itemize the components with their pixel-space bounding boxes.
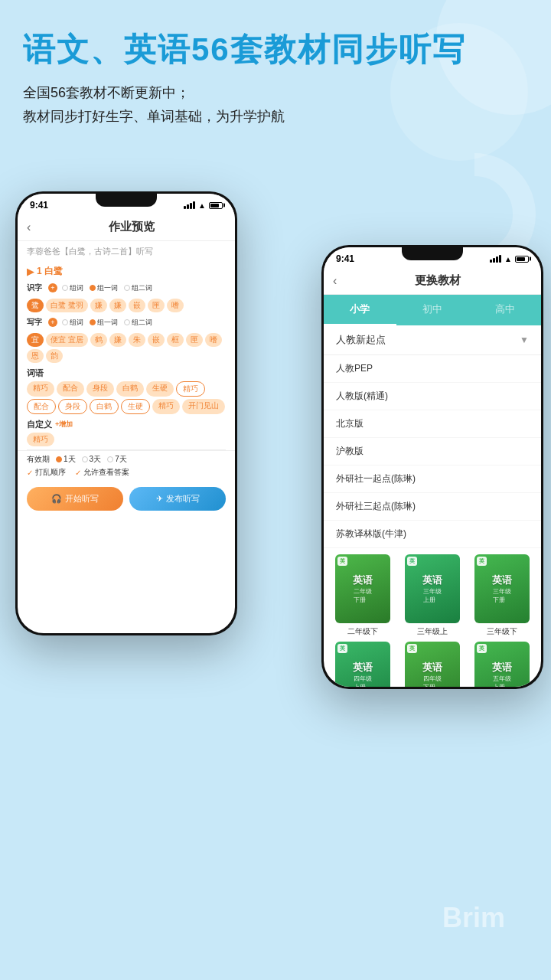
write-char-10: 恩 [27, 349, 44, 363]
validity-1day[interactable]: 1天 [56, 454, 76, 465]
add-write-btn[interactable]: + [48, 318, 57, 327]
page-subtitle: 全国56套教材不断更新中； 教材同步打好生字、单词基础，为升学护航 [23, 81, 528, 128]
book-badge-1: 英 [407, 557, 417, 566]
radio-two-words[interactable]: 组二词 [124, 283, 152, 293]
textbook-grid: 英 英语 二年级下册 二年级下 英 英语 [324, 548, 541, 687]
signal-icon [184, 201, 195, 209]
custom-title: 自定义 +增加 [27, 419, 226, 430]
vocab-tag-3: 身段 [86, 381, 114, 397]
book-subtitle-0: 二年级下册 [354, 587, 372, 604]
textbook-label-2: 三年级下 [487, 626, 517, 637]
battery-icon-right [515, 256, 529, 263]
write-row: 写字 + 组词 组一词 [27, 317, 226, 328]
textbook-item-4[interactable]: 英 英语 四年级下册 四年级下 [399, 642, 465, 687]
radio-group-word[interactable]: 组词 [62, 283, 83, 293]
write-radio-dot-3 [124, 319, 130, 325]
vocab-tag-7: 配合 [27, 399, 56, 414]
validity-1day-label: 1天 [64, 454, 76, 465]
write-radio-label-1: 组词 [70, 318, 83, 328]
left-screen-content: 李蓉爸爸【白鹭，古诗二首】听写 ▶ 1 白鹭 识字 + 组词 [18, 241, 235, 633]
write-label: 写字 [27, 317, 45, 328]
phones-container: 9:41 ▲ ‹ 作业预览 李蓉爸爸【 [0, 168, 551, 980]
back-button-left[interactable]: ‹ [27, 220, 31, 234]
screen-title-right: 更换教材 [343, 273, 532, 288]
textbook-item-3[interactable]: 英 英语 四年级上册 四年级上 [330, 642, 395, 687]
menu-item-1[interactable]: 人教版(精通) [324, 383, 541, 410]
status-icons-right: ▲ [490, 255, 529, 263]
textbook-item-5[interactable]: 英 英语 五年级上册 五年级上 [470, 642, 535, 687]
subtitle-line1: 全国56套教材不断更新中； [23, 81, 528, 105]
publish-icon: ✈ [156, 494, 163, 504]
tab-middle[interactable]: 初中 [396, 295, 469, 325]
book-badge-2: 英 [477, 557, 487, 566]
write-char-4: 嫌 [109, 333, 126, 347]
validity-3day[interactable]: 3天 [82, 454, 102, 465]
validity-row: 有效期 1天 3天 7天 [27, 454, 226, 465]
book-title-text-2: 英语 [492, 573, 512, 587]
check-shuffle-label: 打乱顺序 [35, 467, 66, 478]
screen-title-left: 作业预览 [37, 220, 226, 234]
textbook-cover-3: 英 英语 四年级上册 [335, 642, 390, 687]
textbook-cover-0: 英 英语 二年级下册 [335, 554, 390, 623]
textbook-item-2[interactable]: 英 英语 三年级下册 三年级下 [470, 554, 535, 637]
write-radio-group-word[interactable]: 组词 [62, 318, 83, 328]
recognize-chars: 鹭 白鹭 鹭羽 嫌 嫌 嵌 匣 嗜 [18, 297, 235, 315]
publish-dictation-button[interactable]: ✈ 发布听写 [129, 487, 226, 511]
validity-3day-dot [82, 456, 88, 462]
book-badge-4: 英 [407, 644, 417, 653]
custom-add-btn[interactable]: +增加 [55, 420, 73, 430]
book-badge-3: 英 [337, 644, 347, 653]
vocab-section: 词语 精巧 配合 身段 白鹤 生硬 精巧 配合 身段 白鹤 生硬 精巧 开门见山 [18, 366, 235, 416]
write-char-3: 鹤 [90, 333, 107, 347]
validity-7day[interactable]: 7天 [107, 454, 127, 465]
screen-header-left: ‹ 作业预览 [18, 214, 235, 241]
vocab-tag-8: 身段 [58, 399, 87, 414]
recognize-row: 识字 + 组词 组一词 [27, 283, 226, 293]
write-radio-label-2: 组一词 [97, 318, 118, 328]
lesson-ref: 李蓉爸爸【白鹭，古诗二首】听写 [18, 241, 235, 262]
write-radio-two-words[interactable]: 组二词 [124, 318, 152, 328]
menu-item-6[interactable]: 苏教译林版(牛津) [324, 521, 541, 548]
recognize-section: 识字 + 组词 组一词 [18, 281, 235, 297]
book-title-text-5: 英语 [492, 661, 512, 675]
section-arrow-icon: ▶ [27, 266, 34, 277]
dropdown-value: 人教新起点 [336, 333, 386, 347]
write-char-7: 框 [167, 333, 184, 347]
write-radio-one-word[interactable]: 组一词 [90, 318, 118, 328]
check-shuffle-icon: ✓ [27, 469, 33, 477]
menu-item-3[interactable]: 沪教版 [324, 438, 541, 466]
page-title: 语文、英语56套教材同步听写 [23, 31, 528, 69]
status-time-left: 9:41 [30, 200, 48, 211]
add-recognize-btn[interactable]: + [48, 283, 57, 292]
tab-high[interactable]: 高中 [468, 295, 541, 325]
book-title-text-3: 英语 [353, 661, 373, 675]
char-tag-6: 匣 [148, 299, 165, 312]
check-shuffle[interactable]: ✓ 打乱顺序 [27, 467, 66, 478]
check-view-answer[interactable]: ✓ 允许查看答案 [75, 467, 129, 478]
book-subtitle-4: 四年级下册 [423, 675, 442, 687]
validity-3day-label: 3天 [90, 454, 102, 465]
tab-elementary[interactable]: 小学 [324, 295, 396, 325]
custom-tag-1: 精巧 [27, 433, 54, 446]
menu-item-0[interactable]: 人教PEP [324, 355, 541, 383]
radio-two-words-label: 组二词 [132, 283, 152, 293]
start-dictation-button[interactable]: 🎧 开始听写 [27, 487, 123, 511]
action-buttons: 🎧 开始听写 ✈ 发布听写 [18, 481, 235, 517]
write-char-6: 嵌 [148, 333, 165, 347]
textbook-menu-list: 人教PEP 人教版(精通) 北京版 沪教版 外研社一起点(陈琳) 外研社三起点(… [324, 355, 541, 548]
menu-item-4[interactable]: 外研社一起点(陈琳) [324, 466, 541, 493]
screen-header-right: ‹ 更换教材 [324, 267, 541, 295]
radio-one-word[interactable]: 组一词 [90, 283, 118, 293]
textbook-dropdown[interactable]: 人教新起点 ▼ [324, 325, 541, 355]
phone-right: 9:41 ▲ ‹ 更换教材 小学 [321, 245, 543, 689]
menu-item-5[interactable]: 外研社三起点(陈琳) [324, 493, 541, 521]
vocab-tag-12: 开门见山 [182, 399, 225, 414]
back-button-right[interactable]: ‹ [333, 274, 337, 288]
textbook-label-0: 二年级下 [347, 626, 378, 637]
char-tag-3: 嫌 [90, 299, 107, 312]
radio-group-word-dot [62, 285, 68, 291]
textbook-cover-4: 英 英语 四年级下册 [405, 642, 460, 687]
textbook-item-0[interactable]: 英 英语 二年级下册 二年级下 [330, 554, 395, 637]
textbook-item-1[interactable]: 英 英语 三年级上册 三年级上 [399, 554, 465, 637]
menu-item-2[interactable]: 北京版 [324, 410, 541, 438]
